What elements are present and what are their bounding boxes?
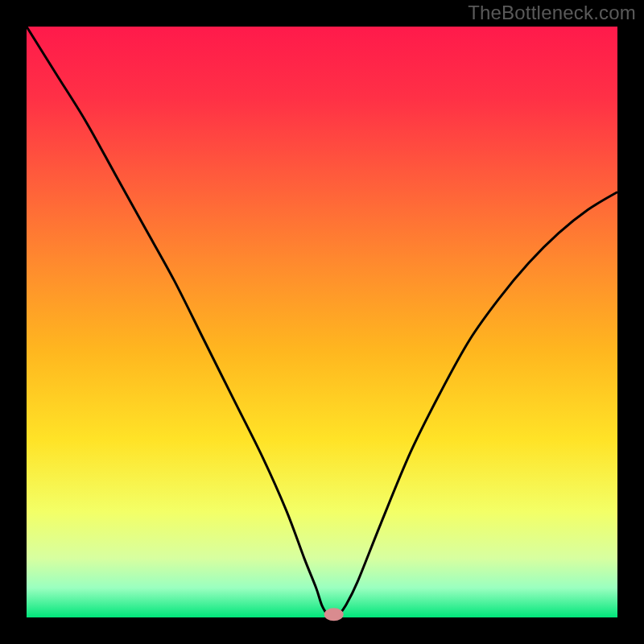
watermark-text: TheBottleneck.com [468,2,636,24]
chart-frame: TheBottleneck.com [0,0,644,644]
plot-background [27,27,617,617]
bottleneck-chart [0,0,644,644]
optimal-marker [324,608,344,621]
